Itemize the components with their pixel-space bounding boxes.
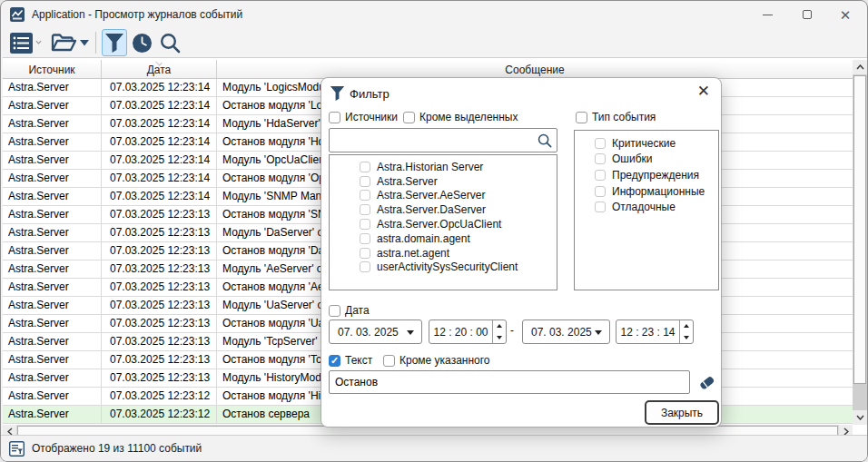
event-type-checkbox[interactable] [576, 112, 587, 123]
except-selected-checkbox-row[interactable]: Кроме выделенных [403, 111, 518, 123]
spin-up-button[interactable] [493, 320, 506, 332]
dialog-close-button[interactable]: ✕ [697, 84, 710, 99]
table-header: Источник Дата Сообщение [3, 60, 853, 79]
date-to-combo[interactable]: 07. 03. 2025 [522, 319, 610, 344]
date-from-combo[interactable]: 07. 03. 2025 [329, 319, 422, 344]
spin-down-button[interactable] [493, 332, 506, 344]
cell-date: 07.03.2025 12:23:13 [102, 279, 217, 296]
cell-date: 07.03.2025 12:23:13 [102, 315, 217, 332]
source-list-item[interactable]: astra.domain.agent [360, 231, 557, 246]
sources-checkbox-row[interactable]: Источники [329, 111, 398, 123]
time-range-button[interactable] [129, 29, 155, 56]
cell-source: Astra.Server [3, 297, 102, 314]
event-type-item[interactable]: Критические [595, 135, 718, 152]
cell-source: Astra.Server [3, 170, 102, 187]
source-item-checkbox[interactable] [360, 261, 370, 272]
event-type-item[interactable]: Информационные [595, 183, 718, 200]
cell-source: Astra.Server [3, 260, 102, 278]
column-header-date[interactable]: Дата [102, 60, 217, 78]
cell-source: Astra.Server [3, 315, 102, 332]
time-from-spinner[interactable]: 12 : 20 : 00 [429, 319, 507, 344]
cell-date: 07.03.2025 12:23:13 [102, 351, 217, 369]
spin-down-button[interactable] [680, 332, 693, 344]
event-type-list: Критические Ошибки Предупреждения Информ… [574, 130, 719, 290]
minimize-button[interactable] [747, 1, 787, 28]
cell-date: 07.03.2025 12:23:13 [102, 260, 217, 278]
event-type-item[interactable]: Ошибки [595, 152, 718, 168]
triangle-down-icon [80, 40, 89, 46]
event-type-item-checkbox[interactable] [595, 202, 606, 212]
event-type-item-checkbox[interactable] [595, 170, 606, 181]
cell-source: Astra.Server [3, 279, 102, 296]
cell-source: Astra.Server [3, 388, 102, 405]
source-list-item[interactable]: Astra.Server.OpcUaClient [360, 217, 557, 231]
close-dialog-button[interactable]: Закрыть [645, 400, 719, 425]
text-filter-input[interactable] [329, 370, 690, 394]
cell-source: Astra.Server [3, 369, 102, 387]
scroll-up-button[interactable] [853, 60, 867, 74]
source-list-item[interactable]: Astra.Server.AeServer [360, 189, 557, 203]
sources-checkbox[interactable] [329, 112, 340, 123]
source-list-item[interactable]: Astra.Historian Server [360, 160, 557, 174]
event-type-item-label: Отладочные [612, 201, 676, 213]
source-list-item[interactable]: Astra.Server.DaServer [360, 202, 557, 217]
eraser-icon[interactable] [697, 373, 716, 392]
source-item-label: astra.domain.agent [377, 232, 470, 245]
text-checkbox[interactable] [329, 355, 340, 367]
source-item-checkbox[interactable] [360, 190, 370, 201]
event-log-list-icon [10, 33, 33, 54]
scroll-down-button[interactable] [853, 410, 867, 425]
source-item-checkbox[interactable] [360, 219, 370, 230]
window-title: Application - Просмотр журналов событий [32, 8, 242, 21]
vertical-scrollbar-thumb[interactable] [853, 75, 866, 384]
triangle-up-icon [684, 324, 689, 328]
spin-up-button[interactable] [680, 320, 693, 332]
search-button[interactable] [157, 29, 183, 56]
filter-funnel-icon [104, 33, 124, 54]
event-type-checkbox-row[interactable]: Тип события [576, 111, 656, 123]
column-header-message[interactable]: Сообщение [217, 60, 853, 78]
open-log-button[interactable] [48, 29, 92, 56]
source-item-label: userActivitySysSecurityClient [377, 260, 518, 273]
cell-date: 07.03.2025 12:23:12 [102, 406, 217, 423]
text-checkbox-row[interactable]: Текст [329, 354, 372, 367]
date-checkbox-row[interactable]: Дата [329, 304, 370, 317]
filter-button[interactable] [102, 29, 127, 56]
event-type-item[interactable]: Отладочные [595, 199, 718, 215]
source-list-item[interactable]: astra.net.agent [360, 246, 557, 260]
time-to-spinner[interactable]: 12 : 23 : 14 [616, 319, 694, 344]
cell-source: Astra.Server [3, 351, 102, 369]
except-text-checkbox[interactable] [383, 355, 395, 367]
close-window-button[interactable]: ✕ [825, 1, 865, 28]
date-checkbox[interactable] [329, 305, 340, 317]
event-type-item-label: Предупреждения [612, 169, 699, 182]
event-type-item-checkbox[interactable] [595, 138, 606, 149]
chevron-up-icon [856, 64, 864, 70]
source-search-input[interactable] [329, 128, 557, 152]
event-type-item-label: Ошибки [612, 152, 653, 165]
event-type-item-checkbox[interactable] [595, 153, 606, 164]
except-text-checkbox-row[interactable]: Кроме указанного [383, 354, 490, 367]
column-header-source[interactable]: Источник [3, 60, 102, 78]
source-item-label: Astra.Server [377, 175, 438, 188]
except-selected-checkbox[interactable] [403, 112, 415, 123]
filter-funnel-icon [330, 85, 345, 102]
source-item-checkbox[interactable] [360, 204, 370, 215]
source-item-checkbox[interactable] [360, 233, 370, 244]
cell-date: 07.03.2025 12:23:13 [102, 333, 217, 350]
source-list-item[interactable]: userActivitySysSecurityClient [360, 260, 557, 275]
source-item-label: Astra.Server.DaServer [377, 203, 486, 216]
source-item-checkbox[interactable] [360, 176, 370, 187]
event-type-item-checkbox[interactable] [595, 186, 606, 197]
triangle-down-icon [497, 336, 502, 339]
source-item-label: astra.net.agent [377, 247, 449, 260]
cell-date: 07.03.2025 12:23:13 [102, 224, 217, 241]
vertical-scrollbar[interactable] [853, 60, 867, 425]
event-type-item[interactable]: Предупреждения [595, 167, 718, 183]
source-item-checkbox[interactable] [360, 162, 370, 172]
maximize-button[interactable] [787, 1, 827, 28]
source-list-item[interactable]: Astra.Server [360, 174, 557, 189]
source-item-checkbox[interactable] [360, 248, 370, 259]
close-icon: ✕ [840, 8, 852, 22]
event-log-menu-button[interactable] [7, 29, 44, 56]
